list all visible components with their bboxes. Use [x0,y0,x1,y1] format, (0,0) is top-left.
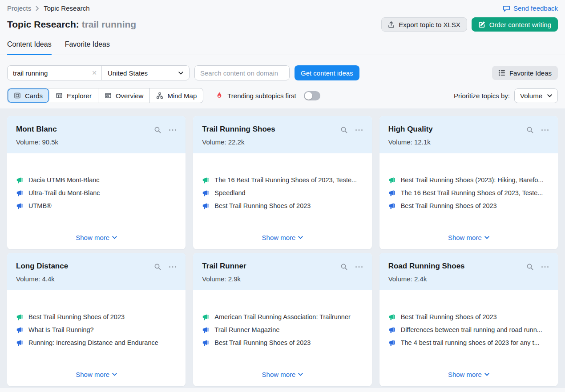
trending-toggle[interactable] [304,91,320,100]
show-more-link[interactable]: Show more [448,234,489,249]
search-group: ✕ United States [7,65,190,80]
search-topic-icon[interactable] [526,126,534,134]
search-topic-icon[interactable] [340,126,348,134]
view-overview-button[interactable]: Overview [98,88,150,103]
chevron-down-icon [484,236,489,239]
card-body: Best Trail Running Shoes (2023): Hiking,… [379,153,558,249]
topic-volume: Volume: 2.4k [388,275,465,283]
headline-text: Running: Increasing Distance and Enduran… [28,339,158,346]
view-cards-button[interactable]: Cards [8,88,49,103]
headline-text: Best Trail Running Shoes of 2023 [28,313,125,320]
card-body: Dacia UTMB Mont-Blanc Ultra-Trail du Mon… [7,153,186,249]
page-title: Topic Research: trail running [7,19,136,30]
megaphone-icon [202,177,209,184]
search-topic-icon[interactable] [154,126,161,134]
breadcrumb: Projects Topic Research [7,4,90,12]
megaphone-icon [388,190,396,196]
list-icon [498,69,505,76]
topic-volume: Volume: 22.2k [202,138,275,146]
headline-item[interactable]: UTMB® [16,202,177,209]
chevron-down-icon [298,373,303,376]
get-content-ideas-button[interactable]: Get content ideas [295,65,359,80]
prioritize-select[interactable]: Volume [514,88,558,103]
breadcrumb-projects[interactable]: Projects [7,4,31,12]
more-options-icon[interactable] [355,129,363,131]
topic-card-header: Trail Runner Volume: 2.9k [193,253,371,290]
domain-search-input[interactable] [194,65,290,80]
headline-list: Best Trail Running Shoes (2023): Hiking,… [388,176,549,215]
table-icon [56,92,63,99]
card-tools [340,262,363,271]
feedback-bubble-icon [503,5,510,12]
export-xlsx-button[interactable]: Export topic to XLSX [381,17,467,32]
topic-search-input[interactable] [8,66,87,80]
headline-list: American Trail Running Association: Trai… [202,313,363,352]
search-topic-icon[interactable] [340,263,348,271]
show-more-link[interactable]: Show more [262,234,303,249]
favorite-ideas-button[interactable]: Favorite Ideas [492,66,558,80]
headline-item[interactable]: Best Trail Running Shoes (2023): Hiking,… [388,176,549,184]
view-row: Cards Explorer Overview Mind Map Trendin… [0,88,565,103]
headline-text: The 4 best trail running shoes of 2023 f… [401,339,540,346]
flame-icon [216,92,223,100]
more-options-icon[interactable] [355,266,363,268]
more-options-icon[interactable] [169,266,177,268]
window-icon [105,92,112,99]
view-mindmap-button[interactable]: Mind Map [150,88,203,103]
country-select[interactable]: United States [102,66,189,80]
prioritize-control: Prioritize topics by: Volume [454,88,558,103]
headline-item[interactable]: Best Trail Running Shoes of 2023 [388,202,549,209]
headline-item[interactable]: The 16 Best Trail Running Shoes of 2023,… [202,176,363,184]
topic-volume: Volume: 4.4k [16,275,68,283]
breadcrumb-topic-research[interactable]: Topic Research [44,4,89,12]
send-feedback-link[interactable]: Send feedback [503,4,558,12]
clear-search-icon[interactable]: ✕ [87,66,101,80]
topic-card-header: Road Running Shoes Volume: 2.4k [379,253,558,290]
search-topic-icon[interactable] [154,263,161,271]
headline-item[interactable]: Best Trail Running Shoes of 2023 [388,313,549,320]
view-explorer-button[interactable]: Explorer [49,88,98,103]
show-more-link[interactable]: Show more [76,234,117,249]
tab-content-ideas[interactable]: Content Ideas [7,40,52,55]
headline-item[interactable]: Best Trail Running Shoes of 2023 [202,202,363,209]
headline-item[interactable]: Ultra-Trail du Mont-Blanc [16,189,177,196]
sitemap-icon [156,92,163,99]
show-more-link[interactable]: Show more [262,371,303,386]
topic-title: Trail Runner [202,262,246,271]
tab-bar: Content Ideas Favorite Ideas [0,40,565,55]
megaphone-icon [16,314,23,320]
megaphone-icon [202,327,209,333]
headline-text: Trail Runner Magazine [214,326,279,333]
headline-item[interactable]: The 4 best trail running shoes of 2023 f… [388,339,549,346]
headline-item[interactable]: What Is Trail Running? [16,326,177,333]
more-options-icon[interactable] [541,129,549,131]
card-tools [526,262,549,271]
headline-item[interactable]: Trail Runner Magazine [202,326,363,333]
topic-card-header: Long Distance Volume: 4.4k [7,253,186,290]
top-bar: Projects Topic Research Send feedback [0,0,565,12]
headline-text: The 16 Best Trail Running Shoes of 2023,… [214,176,357,184]
headline-item[interactable]: Differences between trail running and ro… [388,326,549,333]
more-options-icon[interactable] [169,129,177,131]
headline-item[interactable]: Best Trail Running Shoes of 2023 [202,339,363,346]
show-more-link[interactable]: Show more [448,371,489,386]
headline-item[interactable]: American Trail Running Association: Trai… [202,313,363,320]
card-tools [154,125,177,134]
headline-item[interactable]: Speedland [202,189,363,196]
card-body: The 16 Best Trail Running Shoes of 2023,… [193,153,371,249]
order-content-writing-button[interactable]: Order content writing [472,17,558,32]
headline-item[interactable]: Best Trail Running Shoes of 2023 [16,313,177,320]
headline-item[interactable]: Dacia UTMB Mont-Blanc [16,176,177,184]
chevron-down-icon [112,236,117,239]
headline-item[interactable]: The 16 Best Trail Running Shoes of 2023,… [388,189,549,196]
cards-section: Mont Blanc Volume: 90.5k Dacia UTMB Mont… [0,108,565,388]
tab-favorite-ideas[interactable]: Favorite Ideas [65,40,110,55]
chevron-down-icon [547,94,552,97]
show-more-link[interactable]: Show more [76,371,117,386]
headline-text: Best Trail Running Shoes of 2023 [214,339,311,346]
search-topic-icon[interactable] [526,263,534,271]
headline-item[interactable]: Running: Increasing Distance and Enduran… [16,339,177,346]
headline-text: Differences between trail running and ro… [401,326,542,333]
more-options-icon[interactable] [541,266,549,268]
topic-card: Trail Running Shoes Volume: 22.2k The 16… [193,116,371,249]
